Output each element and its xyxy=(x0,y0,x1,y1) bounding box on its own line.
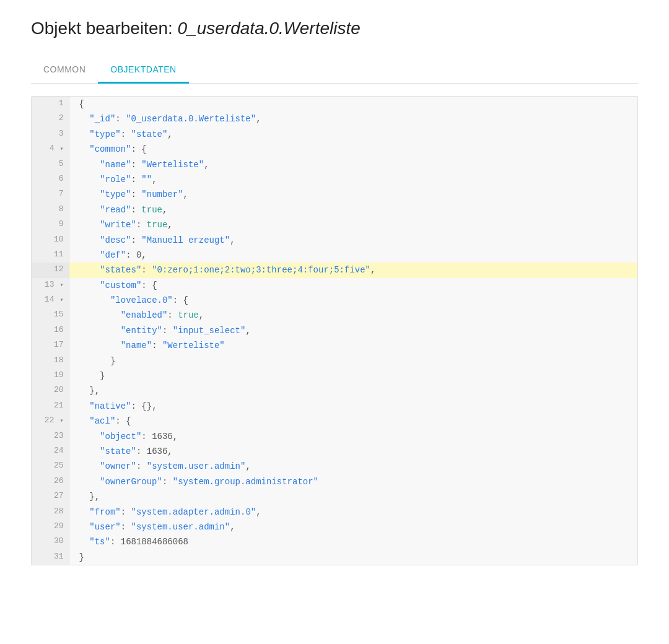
table-row: 6 "role": "", xyxy=(32,172,637,187)
line-number: 25 xyxy=(32,459,69,474)
line-number: 20 xyxy=(32,383,69,398)
code-line-content: "object": 1636, xyxy=(69,429,637,444)
line-number: 19 xyxy=(32,368,69,383)
line-number[interactable]: 14 ▾ xyxy=(32,293,69,308)
line-number: 6 xyxy=(32,172,69,187)
code-line-content: "from": "system.adapter.admin.0", xyxy=(69,505,637,520)
line-number[interactable]: 4 ▾ xyxy=(32,142,69,157)
line-number: 27 xyxy=(32,489,69,504)
tab-objektdaten[interactable]: OBJEKTDATEN xyxy=(98,57,188,84)
code-line-content: "def": 0, xyxy=(69,248,637,263)
table-row: 1{ xyxy=(32,97,637,111)
line-number: 18 xyxy=(32,354,69,368)
line-number: 29 xyxy=(32,520,69,534)
line-number: 26 xyxy=(32,474,69,489)
code-line-content: { xyxy=(69,97,637,111)
code-line-content: "entity": "input_select", xyxy=(69,323,637,338)
code-line-content: "enabled": true, xyxy=(69,308,637,323)
table-row: 21 "native": {}, xyxy=(32,399,637,414)
line-number: 2 xyxy=(32,111,69,126)
table-row: 30 "ts": 1681884686068 xyxy=(32,534,637,549)
table-row: 14 ▾ "lovelace.0": { xyxy=(32,293,637,308)
table-row: 7 "type": "number", xyxy=(32,187,637,202)
line-number: 31 xyxy=(32,550,69,565)
code-line-content: "custom": { xyxy=(69,278,637,293)
code-line-content: "name": "Werteliste" xyxy=(69,338,637,353)
code-line-content: "acl": { xyxy=(69,414,637,429)
line-number: 16 xyxy=(32,323,69,338)
fold-arrow-icon[interactable]: ▾ xyxy=(56,282,63,289)
code-line-content: "state": 1636, xyxy=(69,444,637,459)
code-line-content: "role": "", xyxy=(69,172,637,187)
page-container: Objekt bearbeiten: 0_userdata.0.Wertelis… xyxy=(0,0,669,578)
table-row: 9 "write": true, xyxy=(32,217,637,232)
fold-arrow-icon[interactable]: ▾ xyxy=(56,146,63,152)
code-line-content: "ownerGroup": "system.group.administrato… xyxy=(69,474,637,489)
table-row: 25 "owner": "system.user.admin", xyxy=(32,459,637,474)
line-number: 1 xyxy=(32,97,69,111)
fold-arrow-icon[interactable]: ▾ xyxy=(56,417,63,424)
table-row: 17 "name": "Werteliste" xyxy=(32,338,637,353)
table-row: 10 "desc": "Manuell erzeugt", xyxy=(32,233,637,248)
table-row: 29 "user": "system.user.admin", xyxy=(32,520,637,534)
table-row: 4 ▾ "common": { xyxy=(32,142,637,157)
line-number: 17 xyxy=(32,338,69,353)
code-line-content: "type": "number", xyxy=(69,187,637,202)
code-line-content: } xyxy=(69,354,637,368)
code-line-content: "write": true, xyxy=(69,217,637,232)
code-line-content: "native": {}, xyxy=(69,399,637,414)
code-line-content: "name": "Werteliste", xyxy=(69,157,637,172)
line-number: 15 xyxy=(32,308,69,323)
line-number: 10 xyxy=(32,233,69,248)
code-line-content: }, xyxy=(69,489,637,504)
page-title: Objekt bearbeiten: 0_userdata.0.Wertelis… xyxy=(31,19,638,38)
line-number: 24 xyxy=(32,444,69,459)
line-number: 23 xyxy=(32,429,69,444)
line-number: 30 xyxy=(32,534,69,549)
table-row: 23 "object": 1636, xyxy=(32,429,637,444)
code-editor: 1{2 "_id": "0_userdata.0.Werteliste",3 "… xyxy=(31,96,638,565)
fold-arrow-icon[interactable]: ▾ xyxy=(56,297,63,303)
code-line-content: "read": true, xyxy=(69,202,637,217)
line-number: 3 xyxy=(32,127,69,142)
table-row: 28 "from": "system.adapter.admin.0", xyxy=(32,505,637,520)
code-line-content: "type": "state", xyxy=(69,127,637,142)
title-prefix: Objekt bearbeiten: xyxy=(31,19,178,38)
tabs-container: COMMON OBJEKTDATEN xyxy=(31,57,638,84)
line-number: 12 xyxy=(32,263,69,277)
line-number: 5 xyxy=(32,157,69,172)
line-number: 11 xyxy=(32,248,69,263)
table-row: 31} xyxy=(32,550,637,565)
table-row: 20 }, xyxy=(32,383,637,398)
table-row: 15 "enabled": true, xyxy=(32,308,637,323)
table-row: 22 ▾ "acl": { xyxy=(32,414,637,429)
line-number[interactable]: 13 ▾ xyxy=(32,278,69,293)
code-line-content: }, xyxy=(69,383,637,398)
line-number: 7 xyxy=(32,187,69,202)
code-line-content: "states": "0:zero;1:one;2:two;3:three;4:… xyxy=(69,263,637,277)
table-row: 16 "entity": "input_select", xyxy=(32,323,637,338)
table-row: 18 } xyxy=(32,354,637,368)
code-line-content: } xyxy=(69,550,637,565)
table-row: 13 ▾ "custom": { xyxy=(32,278,637,293)
table-row: 27 }, xyxy=(32,489,637,504)
table-row: 2 "_id": "0_userdata.0.Werteliste", xyxy=(32,111,637,126)
line-number: 28 xyxy=(32,505,69,520)
table-row: 24 "state": 1636, xyxy=(32,444,637,459)
line-number: 8 xyxy=(32,202,69,217)
line-number[interactable]: 22 ▾ xyxy=(32,414,69,429)
table-row: 26 "ownerGroup": "system.group.administr… xyxy=(32,474,637,489)
table-row: 12 "states": "0:zero;1:one;2:two;3:three… xyxy=(32,263,637,277)
table-row: 11 "def": 0, xyxy=(32,248,637,263)
table-row: 8 "read": true, xyxy=(32,202,637,217)
title-object: 0_userdata.0.Werteliste xyxy=(178,19,361,38)
table-row: 3 "type": "state", xyxy=(32,127,637,142)
line-number: 21 xyxy=(32,399,69,414)
code-line-content: "lovelace.0": { xyxy=(69,293,637,308)
line-number: 9 xyxy=(32,217,69,232)
code-line-content: "user": "system.user.admin", xyxy=(69,520,637,534)
code-table: 1{2 "_id": "0_userdata.0.Werteliste",3 "… xyxy=(32,97,637,565)
code-line-content: "_id": "0_userdata.0.Werteliste", xyxy=(69,111,637,126)
code-line-content: "common": { xyxy=(69,142,637,157)
tab-common[interactable]: COMMON xyxy=(31,57,98,84)
